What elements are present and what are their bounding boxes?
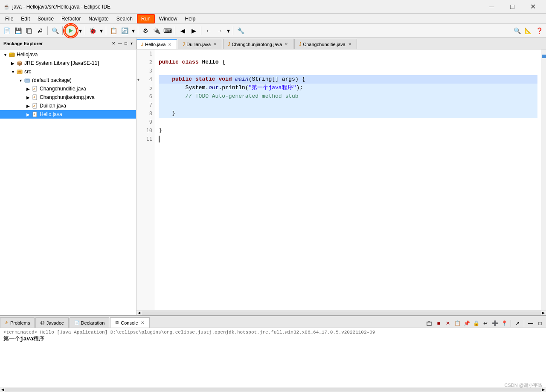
- line-num-5: 5: [136, 84, 155, 92]
- editor-scrollbar-right[interactable]: [541, 49, 546, 310]
- tab-changchunjiaotong[interactable]: J Changchunjiaotong.java ✕: [223, 39, 293, 49]
- console-scroll-track[interactable]: [5, 388, 541, 392]
- refresh-button[interactable]: 🔄: [119, 26, 130, 36]
- console-remove-btn[interactable]: ✕: [444, 319, 452, 328]
- toggle-button[interactable]: ⚙: [140, 26, 151, 36]
- connect-button[interactable]: 🔌: [151, 26, 162, 36]
- menu-help[interactable]: Help: [182, 15, 199, 23]
- forward-button[interactable]: →: [215, 26, 225, 36]
- tree-toggle-src[interactable]: ▾: [9, 68, 16, 75]
- tree-toggle-duilian[interactable]: ▶: [25, 102, 32, 109]
- next-edit-button[interactable]: ▶: [189, 26, 199, 36]
- tree-toggle-changchunditie[interactable]: ▶: [25, 85, 32, 92]
- tab-javadoc[interactable]: @ Javadoc: [35, 317, 68, 328]
- tree-item-duilian[interactable]: ▶ J Duilian.java: [0, 102, 136, 110]
- console-pin-btn[interactable]: 📍: [500, 319, 508, 328]
- tab-duilian[interactable]: J Duilian.java ✕: [178, 39, 222, 49]
- console-paste-btn[interactable]: 📌: [462, 319, 471, 328]
- console-copy-btn[interactable]: 📋: [453, 319, 462, 328]
- tab-declaration[interactable]: 📄 Declaration: [70, 317, 110, 328]
- menu-refactor[interactable]: Refactor: [58, 15, 84, 23]
- save-button[interactable]: 💾: [13, 26, 23, 36]
- tab-close-changchunjiaotong[interactable]: ✕: [284, 42, 289, 47]
- scroll-right-arrow[interactable]: ▶: [541, 311, 546, 316]
- format-button[interactable]: ⌨: [163, 26, 173, 36]
- console-scrollbar-bottom[interactable]: ◀ ▶: [0, 387, 546, 392]
- app-icon: ☕: [3, 4, 10, 10]
- close-button[interactable]: ✕: [523, 0, 543, 14]
- code-content[interactable]: public class Hello { public static void …: [155, 49, 541, 310]
- back-button[interactable]: ←: [203, 26, 214, 36]
- tab-changchunditie[interactable]: J Changchunditie.java ✕: [294, 39, 357, 49]
- tree-item-defaultpkg[interactable]: ▾ (default package): [0, 76, 136, 84]
- console-new-btn[interactable]: ➕: [491, 319, 499, 328]
- tab-icon-hello: J: [141, 42, 143, 47]
- console-clear-btn[interactable]: [425, 319, 433, 328]
- menu-navigate[interactable]: Navigate: [85, 15, 112, 23]
- tab-close-changchunditie[interactable]: ✕: [347, 42, 352, 47]
- forward-dropdown[interactable]: ▾: [226, 26, 231, 36]
- debug-dropdown-button[interactable]: ▾: [99, 26, 104, 36]
- tree-toggle-jre[interactable]: ▶: [9, 60, 16, 67]
- console-scroll-lock-btn[interactable]: 🔒: [472, 319, 480, 328]
- console-open-btn[interactable]: ↗: [513, 319, 522, 328]
- menu-source[interactable]: Source: [34, 15, 57, 23]
- new-button[interactable]: 📄: [2, 26, 12, 36]
- tab-hello[interactable]: J Hello.java ✕: [136, 39, 177, 49]
- console-stop-btn[interactable]: ■: [434, 319, 443, 328]
- menu-window[interactable]: Window: [156, 15, 181, 23]
- tree-item-src[interactable]: ▾ src src: [0, 67, 136, 76]
- debug-button[interactable]: 🐞: [87, 26, 98, 36]
- scroll-track[interactable]: [142, 311, 541, 315]
- maximize-button[interactable]: □: [502, 0, 522, 14]
- run-button[interactable]: [65, 25, 77, 37]
- tab-close-duilian[interactable]: ✕: [212, 42, 218, 47]
- refresh-dropdown-button[interactable]: ▾: [131, 26, 136, 36]
- code-editor[interactable]: 1 2 3 ◆4 5 6 7 8 9 10 11: [136, 49, 546, 310]
- tree-label-src: src: [24, 69, 31, 75]
- print-button[interactable]: 🖨: [35, 26, 45, 36]
- bottom-panel: ⚠ Problems @ Javadoc 📄 Declaration 🖥 Con…: [0, 315, 546, 392]
- editor-scrollbar-bottom[interactable]: ◀ ▶: [136, 310, 546, 315]
- open-task-button[interactable]: 📋: [108, 26, 119, 36]
- tree-item-changchunditie[interactable]: ▶ J Changchunditie.java: [0, 84, 136, 93]
- search-button[interactable]: 🔍: [50, 26, 60, 36]
- tab-close-console[interactable]: ✕: [140, 320, 145, 325]
- tree-toggle-changchunjiaotong[interactable]: ▶: [25, 94, 32, 101]
- console-max-btn[interactable]: □: [536, 319, 544, 328]
- tab-problems[interactable]: ⚠ Problems: [0, 317, 35, 328]
- tree-toggle-hellojava[interactable]: ▾: [2, 51, 9, 58]
- tree-item-changchunjiaotong[interactable]: ▶ J Changchunjiaotong.java: [0, 93, 136, 102]
- tree-toggle-defaultpkg[interactable]: ▾: [17, 77, 24, 84]
- prev-edit-button[interactable]: ◀: [177, 26, 188, 36]
- tree-item-hello[interactable]: ▶ J Hello.java: [0, 110, 136, 119]
- menu-file[interactable]: File: [2, 15, 17, 23]
- console-min-btn[interactable]: —: [526, 319, 535, 328]
- ext-tools-button[interactable]: 🔧: [235, 26, 246, 36]
- menu-search[interactable]: Search: [113, 15, 136, 23]
- save-all-button[interactable]: [24, 26, 34, 36]
- console-scroll-left[interactable]: ◀: [0, 387, 5, 392]
- tab-icon-changchunditie: J: [299, 42, 301, 46]
- tab-console[interactable]: 🖥 Console ✕: [110, 317, 149, 328]
- menu-edit[interactable]: Edit: [17, 15, 33, 23]
- package-explorer-tree: ▾ Hellojava ▶ 📦 JRE System Library [Java…: [0, 49, 136, 315]
- tree-item-hellojava[interactable]: ▾ Hellojava: [0, 50, 136, 59]
- title-controls: ─ □ ✕: [482, 0, 543, 14]
- console-word-wrap-btn[interactable]: ↩: [481, 319, 490, 328]
- java-file-icon-duilian: J: [32, 102, 38, 109]
- scroll-left-arrow[interactable]: ◀: [136, 311, 142, 316]
- perspective-button[interactable]: 📐: [523, 26, 533, 36]
- view-menu-icon[interactable]: ▾: [131, 41, 133, 46]
- close-panel-icon[interactable]: ✕: [112, 41, 115, 46]
- run-dropdown-button[interactable]: ▾: [78, 26, 83, 36]
- tree-item-jre[interactable]: ▶ 📦 JRE System Library [JavaSE-11]: [0, 59, 136, 67]
- search-top-button[interactable]: 🔍: [512, 26, 522, 36]
- help-top-button[interactable]: ❓: [534, 26, 544, 36]
- maximize-panel-icon[interactable]: □: [125, 41, 127, 46]
- tree-toggle-hello[interactable]: ▶: [25, 111, 32, 118]
- menu-run[interactable]: Run: [137, 14, 155, 23]
- minimize-panel-icon[interactable]: —: [118, 41, 122, 46]
- tab-close-hello[interactable]: ✕: [167, 42, 172, 47]
- minimize-button[interactable]: ─: [482, 0, 502, 14]
